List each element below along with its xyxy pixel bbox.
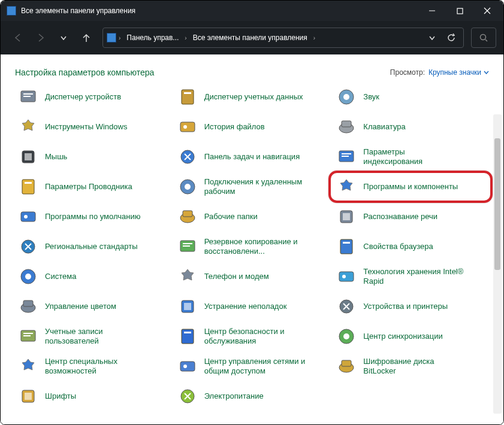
svg-rect-25 [25,182,32,184]
item-label: Параметры Проводника [45,182,132,192]
svg-rect-59 [342,360,351,366]
svg-rect-37 [183,245,190,247]
item-label: Устройства и принтеры [363,302,448,311]
control-panel-item[interactable]: Электропитание [174,381,330,411]
item-label: Параметры индексирования [363,147,465,167]
address-bar[interactable]: › Панель управ... › Все элементы панели … [102,28,464,48]
item-label: Центр специальных возможностей [45,357,147,377]
svg-rect-51 [23,335,31,336]
svg-rect-45 [23,300,33,306]
control-panel-item[interactable]: Система [15,262,171,292]
control-panel-item[interactable]: Мышь [15,142,171,172]
control-panel-item[interactable]: Параметры Проводника [15,172,171,202]
control-panel-item[interactable]: Программы по умолчанию [15,202,171,232]
address-dropdown[interactable] [424,29,440,46]
control-panel-item[interactable]: История файлов [174,112,330,142]
svg-line-6 [485,40,487,41]
item-label: Рабочие папки [204,212,258,221]
control-panel-item[interactable]: Диспетчер учетных данных [174,82,330,112]
control-panel-item[interactable]: Устранение неполадок [174,292,330,321]
item-icon [19,357,38,376]
item-label: Диспетчер устройств [45,92,121,102]
control-panel-item[interactable]: Параметры индексирования [333,142,489,172]
control-panel-item[interactable]: Шрифты [15,381,171,411]
control-panel-item[interactable]: Программы и компоненты [333,172,489,202]
item-icon [178,267,197,286]
breadcrumb-root[interactable]: Панель управ... [123,31,182,44]
item-label: Управление цветом [45,302,116,311]
item-label: Инструменты Windows [45,122,127,132]
control-panel-item[interactable]: Свойства браузера [333,232,489,262]
item-icon [178,147,197,166]
control-panel-item[interactable]: Учетные записи пользователей [15,321,171,351]
control-panel-item[interactable]: Рабочие папки [174,202,330,232]
view-value: Крупные значки [428,68,489,77]
svg-rect-52 [182,329,194,344]
item-label: Учетные записи пользователей [45,327,147,347]
svg-rect-50 [23,333,33,334]
svg-rect-28 [21,212,35,221]
view-selector[interactable]: Просмотр: Крупные значки [390,68,489,77]
control-panel-item[interactable]: Центр управления сетями и общим доступом [174,351,330,381]
svg-point-43 [342,275,346,278]
control-panel-item[interactable]: Резервное копирование и восстановлени... [174,232,330,262]
item-icon [337,267,356,286]
svg-point-15 [183,125,187,129]
refresh-button[interactable] [443,29,460,46]
item-icon [178,87,197,107]
items-grid: Диспетчер устройствДиспетчер учетных дан… [15,82,489,411]
control-panel-item[interactable]: Технология хранения Intel® Rapid [333,262,489,292]
recent-dropdown[interactable] [53,28,74,48]
control-panel-item[interactable]: Центр безопасности и обслуживания [174,321,330,351]
svg-rect-22 [342,153,351,154]
navbar: › Панель управ... › Все элементы панели … [1,21,503,54]
control-panel-item[interactable]: Диспетчер устройств [15,82,171,112]
forward-button[interactable] [31,28,51,48]
control-panel-item[interactable]: Управление цветом [15,292,171,321]
up-button[interactable] [76,28,96,48]
control-panel-item[interactable]: Шифрование диска BitLocker [333,351,489,381]
control-panel-item[interactable]: Телефон и модем [174,262,330,292]
item-icon [19,177,38,196]
item-icon [19,147,38,166]
control-panel-item[interactable]: Распознавание речи [333,202,489,232]
control-panel-item[interactable]: Центр специальных возможностей [15,351,171,381]
maximize-button[interactable] [446,1,473,21]
close-button[interactable] [473,1,501,21]
control-panel-item[interactable]: Региональные стандарты [15,232,171,262]
scrollbar-thumb[interactable] [494,138,500,270]
control-panel-item[interactable]: Звук [333,82,489,112]
back-button[interactable] [8,28,28,48]
item-icon [19,207,38,226]
control-panel-item[interactable]: Клавиатура [333,112,489,142]
svg-rect-24 [22,180,34,194]
breadcrumb-current[interactable]: Все элементы панели управления [189,31,311,44]
item-label: Электропитание [204,391,264,401]
control-panel-item[interactable]: Устройства и принтеры [333,292,489,321]
control-panel-item[interactable]: Панель задач и навигация [174,142,330,172]
item-icon [19,237,38,256]
minimize-button[interactable] [418,1,446,21]
item-label: Региональные стандарты [45,242,137,251]
svg-rect-31 [183,211,192,217]
item-icon [337,147,356,166]
page-title: Настройка параметров компьютера [15,68,154,77]
svg-rect-23 [342,156,349,157]
item-label: Программы по умолчанию [45,212,140,221]
item-icon [19,117,38,136]
control-panel-item[interactable]: Центр синхронизации [333,321,489,351]
item-label: Технология хранения Intel® Rapid [363,267,465,287]
chevron-down-icon [484,70,489,75]
control-panel-item[interactable]: Подключения к удаленным рабочим [174,172,330,202]
scrollbar[interactable] [493,114,502,414]
item-label: Центр управления сетями и общим доступом [204,357,306,377]
item-label: Центр синхронизации [363,332,442,341]
item-icon [178,387,197,406]
search-input[interactable] [471,28,496,48]
item-icon [178,327,197,346]
item-icon [337,87,356,107]
control-panel-item[interactable]: Инструменты Windows [15,112,171,142]
svg-rect-17 [342,121,351,127]
view-label: Просмотр: [390,68,425,77]
location-icon [107,33,116,42]
